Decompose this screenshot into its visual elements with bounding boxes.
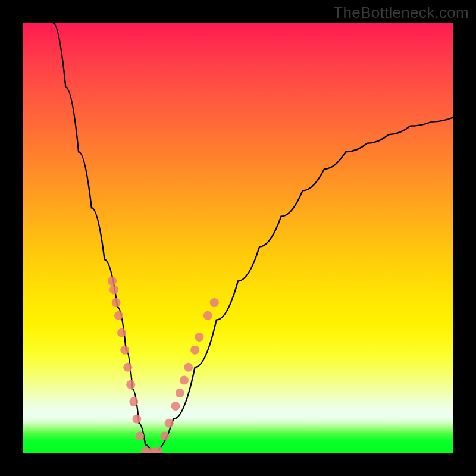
right-branch-marker (180, 375, 189, 384)
left-branch-marker (132, 415, 141, 424)
left-branch-marker (109, 285, 118, 294)
chart-svg (23, 23, 453, 453)
right-branch-marker (160, 432, 169, 441)
left-branch-marker (117, 328, 126, 337)
left-branch-marker (123, 363, 132, 372)
chart-frame: TheBottleneck.com (0, 0, 476, 476)
right-branch-marker (203, 311, 212, 320)
right-branch-marker (195, 333, 203, 342)
right-branch-marker (165, 419, 174, 428)
left-branch-marker (120, 346, 129, 355)
left-branch-marker (108, 277, 117, 286)
left-branch-marker (135, 432, 144, 441)
bottleneck-curve (53, 23, 453, 453)
right-branch-marker (190, 346, 199, 355)
left-branch-marker (126, 380, 135, 389)
plot-area (23, 23, 453, 453)
valley-marker (154, 447, 163, 453)
watermark-text: TheBottleneck.com (333, 4, 469, 22)
left-branch-marker (114, 311, 123, 320)
right-branch-marker (176, 389, 184, 397)
curve-layer (53, 23, 453, 453)
right-branch-marker (184, 363, 193, 372)
right-branch-marker (210, 298, 219, 307)
left-branch-marker (129, 397, 138, 406)
marker-layer (108, 277, 219, 453)
right-branch-marker (171, 402, 180, 411)
left-branch-marker (112, 298, 121, 307)
